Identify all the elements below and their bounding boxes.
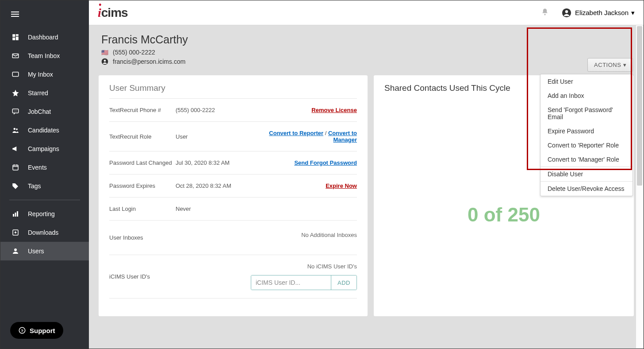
action-convert-manager[interactable]: Convert to 'Manager' Role xyxy=(540,152,632,167)
nav-my-inbox[interactable]: My Inbox xyxy=(0,65,89,84)
person-icon xyxy=(101,58,108,65)
events-icon xyxy=(11,163,20,172)
caret-down-icon: ▾ xyxy=(623,62,627,68)
star-icon xyxy=(11,89,20,97)
svg-point-25 xyxy=(565,10,568,13)
svg-rect-5 xyxy=(12,72,19,77)
topbar: icims Elizabeth Jackson ▾ xyxy=(89,0,644,25)
user-summary-card: User Summary TextRecruit Phone # (555) 0… xyxy=(99,75,368,316)
svg-point-20 xyxy=(14,248,17,251)
nav-candidates[interactable]: Candidates xyxy=(0,121,89,140)
shared-contacts-count: 0 of 250 xyxy=(384,204,623,226)
nav-team-inbox[interactable]: Team Inbox xyxy=(0,47,89,65)
help-icon: ? xyxy=(18,326,26,334)
chat-icon xyxy=(11,107,20,116)
convert-reporter-link[interactable]: Convert to Reporter xyxy=(269,130,323,136)
scrollbar[interactable] xyxy=(636,25,643,348)
nav-downloads[interactable]: Downloads xyxy=(0,223,89,242)
no-icims-ids: No iCIMS User ID's xyxy=(307,263,357,270)
user-phone: (555) 000-2222 xyxy=(113,49,155,56)
expire-now-link[interactable]: Expire Now xyxy=(326,182,357,189)
row-label: TextRecruit Phone # xyxy=(109,107,176,113)
nav-users[interactable]: Users xyxy=(0,242,89,260)
reporting-icon xyxy=(11,209,20,218)
user-phone-line: 🇺🇸 (555) 000-2222 xyxy=(101,49,631,56)
send-forgot-password-link[interactable]: Send Forgot Password xyxy=(294,159,357,166)
user-email: francis@person.icims.com xyxy=(113,58,185,65)
nav-label: Events xyxy=(28,164,47,171)
nav-label: Campaigns xyxy=(28,145,59,152)
icims-user-id-input[interactable] xyxy=(251,275,331,290)
nav-label: Candidates xyxy=(28,127,59,134)
row-label: User Inboxes xyxy=(109,234,176,241)
nav-label: Tags xyxy=(28,182,41,190)
user-menu[interactable]: Elizabeth Jackson ▾ xyxy=(562,8,635,18)
row-label: iCIMS User ID's xyxy=(109,273,176,280)
convert-manager-link[interactable]: Convert to Manager xyxy=(328,130,357,143)
nav-label: Reporting xyxy=(28,210,55,217)
nav-jobchat[interactable]: JobChat xyxy=(0,102,89,121)
my-inbox-icon xyxy=(11,70,20,79)
svg-rect-2 xyxy=(16,37,19,40)
action-add-inbox[interactable]: Add an Inbox xyxy=(540,89,632,103)
nav-label: Team Inbox xyxy=(28,52,60,59)
nav-events[interactable]: Events xyxy=(0,158,89,177)
nav-campaigns[interactable]: Campaigns xyxy=(0,140,89,158)
us-flag-icon: 🇺🇸 xyxy=(101,49,108,56)
svg-point-23 xyxy=(544,14,545,15)
svg-point-11 xyxy=(16,128,18,130)
candidates-icon xyxy=(11,126,20,135)
nav-label: My Inbox xyxy=(28,71,53,78)
row-value: Jul 30, 2020 8:32 AM xyxy=(176,159,251,166)
svg-point-7 xyxy=(14,111,15,112)
action-edit-user[interactable]: Edit User xyxy=(540,74,632,89)
nav-dashboard[interactable]: Dashboard xyxy=(0,28,89,47)
campaigns-icon xyxy=(11,144,20,153)
row-label: TextRecruit Role xyxy=(109,133,176,140)
action-delete-user[interactable]: Delete User/Revoke Access xyxy=(540,182,632,196)
action-convert-reporter[interactable]: Convert to 'Reporter' Role xyxy=(540,138,632,152)
svg-text:?: ? xyxy=(21,328,23,333)
row-label: Password Expires xyxy=(109,182,176,189)
nav-label: Starred xyxy=(28,89,48,97)
downloads-icon xyxy=(11,228,20,237)
svg-rect-16 xyxy=(13,214,14,217)
svg-point-9 xyxy=(16,111,17,112)
logo: icims xyxy=(98,6,128,20)
svg-point-27 xyxy=(104,60,106,62)
nav-starred[interactable]: Starred xyxy=(0,84,89,102)
actions-button[interactable]: ACTIONS ▾ xyxy=(587,58,633,72)
action-disable-user[interactable]: Disable User xyxy=(540,167,632,181)
content: Francis McCarthy 🇺🇸 (555) 000-2222 franc… xyxy=(89,25,644,349)
no-additional-inboxes: No Additional Inboxes xyxy=(301,232,357,238)
nav-label: Dashboard xyxy=(28,34,58,41)
row-value: User xyxy=(176,133,251,140)
nav-reporting[interactable]: Reporting xyxy=(0,205,89,223)
row-value: Never xyxy=(176,206,251,212)
support-label: Support xyxy=(30,327,55,334)
hamburger-icon xyxy=(11,10,19,18)
team-inbox-icon xyxy=(11,51,20,60)
bell-icon[interactable] xyxy=(540,8,549,18)
remove-license-link[interactable]: Remove License xyxy=(311,107,357,113)
action-expire-password[interactable]: Expire Password xyxy=(540,124,632,138)
svg-rect-0 xyxy=(12,34,15,37)
svg-point-8 xyxy=(15,111,16,112)
nav-tags[interactable]: Tags xyxy=(0,177,89,195)
action-forgot-password[interactable]: Send 'Forgot Password' Email xyxy=(540,103,632,124)
svg-rect-1 xyxy=(16,34,19,36)
add-id-button[interactable]: ADD xyxy=(331,275,356,290)
card-title: User Summary xyxy=(109,83,357,93)
users-icon xyxy=(11,247,20,256)
actions-menu: Edit User Add an Inbox Send 'Forgot Pass… xyxy=(540,74,633,196)
tags-icon xyxy=(11,182,20,190)
row-label: Password Last Changed xyxy=(109,159,176,166)
scrollbar-thumb[interactable] xyxy=(637,26,642,186)
svg-rect-18 xyxy=(17,211,18,217)
hamburger-menu[interactable] xyxy=(0,0,89,28)
row-value: Oct 28, 2020 8:32 AM xyxy=(176,182,251,189)
dashboard-icon xyxy=(11,33,20,42)
sidebar: Dashboard Team Inbox My Inbox Starred Jo… xyxy=(0,0,89,349)
support-button[interactable]: ? Support xyxy=(10,322,63,339)
svg-rect-3 xyxy=(12,38,15,40)
